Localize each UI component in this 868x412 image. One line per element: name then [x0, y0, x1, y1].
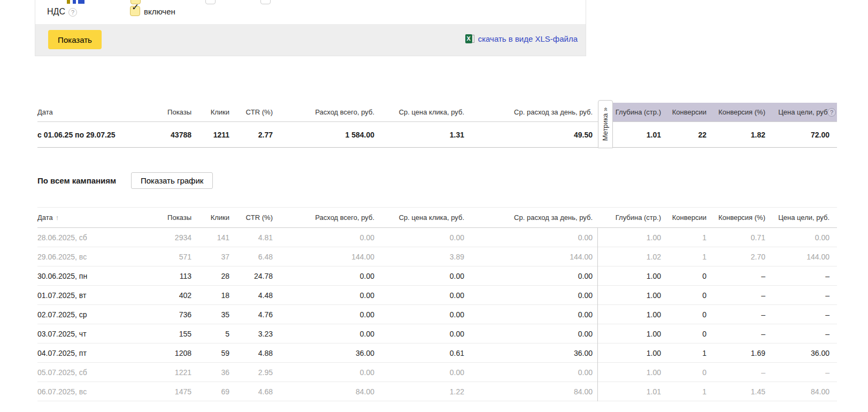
- daily-cell: 1.00: [613, 228, 661, 247]
- daily-cell-date: 29.06.2025, вс: [37, 247, 136, 266]
- daily-cell: 144.00: [464, 247, 593, 266]
- column-gap: [593, 266, 613, 285]
- daily-cell: 0.00: [464, 305, 593, 324]
- summary-column-header: Показы: [136, 103, 191, 121]
- daily-cell: 1208: [136, 344, 191, 362]
- excel-file-icon: X: [465, 34, 474, 43]
- daily-column-header[interactable]: Конверсия (%): [706, 208, 765, 227]
- daily-cell: 5: [191, 324, 229, 343]
- summary-table-header: ДатаПоказыКликиCTR (%)Расход всего, руб.…: [37, 103, 837, 122]
- daily-row: 02.07.2025, ср736354.760.000.000.001.000…: [37, 305, 837, 324]
- daily-column-header[interactable]: Клики: [191, 208, 229, 227]
- daily-cell: –: [706, 363, 765, 382]
- daily-cell: –: [765, 324, 837, 343]
- summary-cell: 1 584.00: [273, 122, 374, 147]
- daily-cell: 2934: [136, 228, 191, 247]
- daily-cell: 37: [191, 247, 229, 266]
- section-title: По всем кампаниям: [37, 176, 131, 185]
- daily-column-header[interactable]: CTR (%): [229, 208, 273, 227]
- daily-cell-date: 01.07.2025, вт: [37, 286, 136, 304]
- daily-column-header-date[interactable]: Дата↑: [37, 208, 136, 227]
- daily-cell: 1475: [136, 382, 191, 401]
- column-gap: [593, 286, 613, 304]
- daily-column-header[interactable]: Глубина (стр.): [613, 208, 661, 227]
- daily-cell: 59: [191, 344, 229, 362]
- daily-cell-date: 04.07.2025, пт: [37, 344, 136, 362]
- daily-cell: 4.48: [229, 286, 273, 304]
- daily-cell-date: 05.07.2025, сб: [37, 363, 136, 382]
- vat-checkbox[interactable]: ✓: [130, 6, 140, 16]
- vat-help-icon[interactable]: ?: [68, 8, 77, 17]
- summary-cell: 72.00: [765, 122, 837, 147]
- summary-column-header: Глубина (стр.): [613, 103, 661, 121]
- daily-cell: 0: [661, 363, 706, 382]
- daily-cell: 1.01: [613, 382, 661, 401]
- metrics-tab[interactable]: Метрика »: [598, 100, 613, 148]
- daily-cell: 1.45: [706, 382, 765, 401]
- daily-cell: 0.00: [273, 363, 374, 382]
- daily-cell: 84.00: [273, 382, 374, 401]
- checkmark-icon: ✓: [132, 3, 139, 12]
- daily-cell: 1.00: [613, 324, 661, 343]
- daily-row: 28.06.2025, сб29341414.810.000.000.001.0…: [37, 228, 837, 247]
- daily-cell: 0.00: [273, 305, 374, 324]
- column-gap: [593, 228, 613, 247]
- daily-cell: 1221: [136, 363, 191, 382]
- vat-label: НДС: [47, 7, 65, 17]
- daily-cell: 84.00: [464, 382, 593, 401]
- daily-column-header[interactable]: Показы: [136, 208, 191, 227]
- daily-cell: 736: [136, 305, 191, 324]
- column-gap: [593, 305, 613, 324]
- daily-cell: 36.00: [464, 344, 593, 362]
- daily-cell: 113: [136, 266, 191, 285]
- daily-cell: 69: [191, 382, 229, 401]
- daily-cell: 28: [191, 266, 229, 285]
- summary-cell: 49.50: [464, 122, 593, 147]
- daily-cell: 144.00: [765, 247, 837, 266]
- daily-column-header[interactable]: Ср. цена клика, руб.: [374, 208, 464, 227]
- panel-footer-bar: Показать X скачать в виде XLS-файла: [35, 24, 586, 56]
- filters-panel: НДС ? ✓ включен Показать X скачать в вид…: [35, 0, 586, 56]
- daily-cell: 1: [661, 247, 706, 266]
- daily-cell: 402: [136, 286, 191, 304]
- clipped-checkbox[interactable]: [205, 0, 216, 4]
- daily-cell-date: 02.07.2025, ср: [37, 305, 136, 324]
- sort-ascending-icon: ↑: [56, 213, 59, 222]
- daily-cell-date: 30.06.2025, пн: [37, 266, 136, 285]
- goal-price-help-icon[interactable]: ?: [827, 108, 836, 117]
- daily-column-header[interactable]: Конверсии: [661, 208, 706, 227]
- summary-column-header: Ср. расход за день, руб.: [464, 103, 593, 121]
- download-xls-link[interactable]: X скачать в виде XLS-файла: [465, 34, 578, 43]
- daily-stats-table: Дата↑ПоказыКликиCTR (%)Расход всего, руб…: [37, 207, 837, 401]
- daily-cell: 1.00: [613, 286, 661, 304]
- daily-cell: 36.00: [765, 344, 837, 362]
- show-chart-button[interactable]: Показать график: [131, 172, 213, 189]
- daily-column-header[interactable]: Цена цели, руб.: [765, 208, 837, 227]
- daily-cell: 0.00: [374, 266, 464, 285]
- daily-cell: 0.00: [273, 228, 374, 247]
- clipped-checkbox[interactable]: [260, 0, 271, 4]
- clipped-text-fragment: [78, 0, 85, 4]
- daily-cell: 0.71: [706, 228, 765, 247]
- summary-cell: 1.82: [706, 122, 765, 147]
- daily-cell: 0.00: [464, 324, 593, 343]
- summary-cell: 43788: [136, 122, 191, 147]
- column-gap: [593, 247, 613, 266]
- daily-cell: 35: [191, 305, 229, 324]
- daily-cell: 1.02: [613, 247, 661, 266]
- daily-cell: 1.00: [613, 305, 661, 324]
- daily-cell: 0.00: [374, 228, 464, 247]
- daily-cell: 36.00: [273, 344, 374, 362]
- daily-column-header[interactable]: Расход всего, руб.: [273, 208, 374, 227]
- show-button[interactable]: Показать: [48, 30, 102, 49]
- column-gap: [593, 324, 613, 343]
- summary-column-header: Клики: [191, 103, 229, 121]
- daily-cell: 0.61: [374, 344, 464, 362]
- daily-table-header: Дата↑ПоказыКликиCTR (%)Расход всего, руб…: [37, 208, 837, 228]
- daily-cell: 0.00: [374, 363, 464, 382]
- daily-row: 04.07.2025, пт1208594.8836.000.6136.001.…: [37, 344, 837, 363]
- daily-column-header[interactable]: Ср. расход за день, руб.: [464, 208, 593, 227]
- daily-cell: 0.00: [273, 324, 374, 343]
- daily-cell: 0.00: [464, 286, 593, 304]
- daily-cell: 1.00: [613, 344, 661, 362]
